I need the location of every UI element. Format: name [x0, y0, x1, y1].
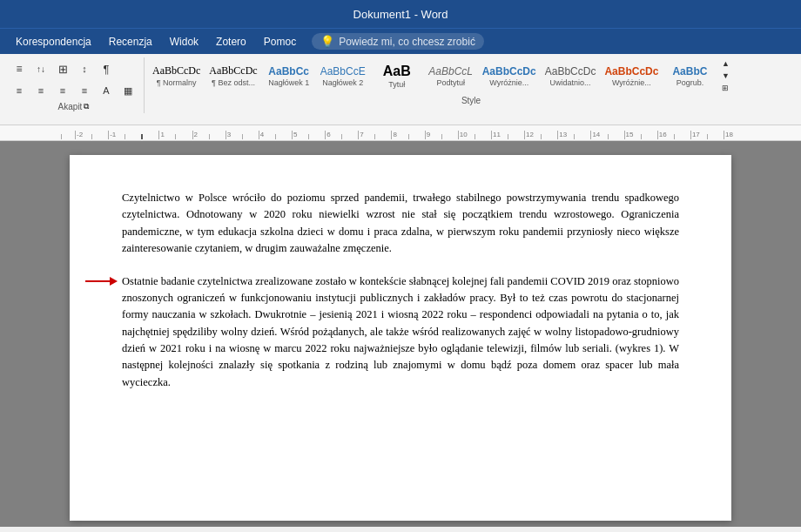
align-right[interactable]: ≡	[52, 81, 73, 100]
style-wyrozniony2-preview: AaBbCcDc	[604, 65, 658, 77]
paragraph-group: ≡ ↑↓ ⊞ ↕ ¶ ≡ ≡ ≡ ≡ A ▦ Akapit ⧉	[7, 57, 145, 113]
ruler-mark: 4	[259, 131, 275, 139]
ruler-mark	[308, 134, 325, 139]
title-text: Dokument1 - Word	[353, 8, 448, 21]
styles-group: AaBbCcDc ¶ Normalny AaBbCcDc ¶ Bez odst.…	[148, 57, 794, 105]
ruler-mark	[641, 134, 657, 139]
paragraph-tools-row2: ≡ ≡ ≡ ≡ A ▦	[9, 81, 138, 100]
title-bar: Dokument1 - Word	[0, 0, 801, 28]
style-bez-label: ¶ Bez odst...	[212, 78, 255, 87]
style-podtytul-preview: AaBbCcL	[428, 65, 473, 77]
ruler-mark: 9	[425, 131, 441, 139]
ruler-mark: 14	[590, 131, 607, 139]
style-uwidatniony[interactable]: AaBbCcDc Uwidatnio...	[541, 57, 601, 94]
styles-scroll-down[interactable]: ▼	[718, 70, 732, 82]
menu-pomoc[interactable]: Pomoc	[255, 32, 305, 51]
ruler-mark: 13	[557, 131, 574, 139]
styles-group-label-row: Style	[148, 96, 794, 105]
paragraph-expand-icon[interactable]: ⧉	[84, 102, 89, 111]
ruler-mark: 2	[192, 131, 209, 139]
border-btn[interactable]: ▦	[118, 81, 138, 100]
style-tytul-preview: AaB	[383, 64, 411, 79]
indent-increase[interactable]: ⊞	[52, 59, 73, 78]
ruler-mark: 3	[225, 131, 242, 139]
style-wyrozniony2[interactable]: AaBbCcDc Wyróżnie...	[600, 57, 663, 94]
shading-btn[interactable]: A	[96, 81, 117, 100]
menu-recenzja[interactable]: Recenzja	[100, 32, 161, 51]
paragraph-label: Akapit	[58, 102, 83, 111]
style-normalny[interactable]: AaBbCcDc ¶ Normalny	[148, 57, 205, 94]
style-h1-preview: AaBbCc	[268, 65, 309, 77]
style-bez-odst[interactable]: AaBbCcDc ¶ Bez odst...	[205, 57, 261, 94]
ruler-mark	[674, 134, 690, 139]
red-arrow	[85, 277, 118, 286]
ruler-mark: -1	[108, 131, 125, 139]
styles-scroll: AaBbCcDc ¶ Normalny AaBbCcDc ¶ Bez odst.…	[148, 57, 794, 94]
ruler-mark	[441, 134, 458, 139]
paragraph-2-container: Ostatnie badanie czytelnictwa zrealizowa…	[122, 273, 679, 392]
arrow-head	[110, 277, 118, 286]
document-area[interactable]: Czytelnictwo w Polsce wróciło do poziomu…	[0, 141, 801, 527]
style-wyrozniony2-label: Wyróżnie...	[612, 78, 651, 87]
ruler-mark	[508, 134, 524, 139]
style-wyrozniony[interactable]: AaBbCcDc Wyróżnie...	[478, 57, 541, 94]
menu-korespondencja[interactable]: Korespondencja	[7, 32, 100, 51]
ruler-mark: 11	[491, 131, 508, 139]
ruler-mark	[175, 134, 192, 139]
ruler-mark: 17	[690, 131, 707, 139]
styles-label: Style	[461, 96, 481, 105]
ruler-mark	[141, 134, 158, 139]
ruler-mark	[574, 134, 590, 139]
menu-zotero[interactable]: Zotero	[207, 32, 255, 51]
ruler-mark: 7	[358, 131, 374, 139]
list-btn-2[interactable]: ↑↓	[30, 59, 51, 78]
styles-expand[interactable]: ⊞	[718, 82, 732, 94]
menu-bar: Korespondencja Recenzja Widok Zotero Pom…	[0, 28, 801, 54]
style-tytul[interactable]: AaB Tytuł	[370, 57, 424, 94]
menu-widok[interactable]: Widok	[161, 32, 207, 51]
list-btn-1[interactable]: ≡	[9, 59, 30, 78]
style-podtytul[interactable]: AaBbCcL Podtytuł	[424, 57, 478, 94]
paragraph-group-label: Akapit ⧉	[9, 102, 138, 111]
search-placeholder: Powiedz mi, co chcesz zrobić	[339, 36, 475, 48]
style-h1-label: Nagłówek 1	[268, 78, 309, 87]
style-normalny-label: ¶ Normalny	[157, 78, 197, 87]
ruler-mark	[125, 134, 141, 139]
style-uwidatniony-label: Uwidatnio...	[550, 78, 591, 87]
paragraph-1: Czytelnictwo w Polsce wróciło do poziomu…	[122, 190, 679, 258]
style-naglowek2[interactable]: AaBbCcE Nagłówek 2	[316, 57, 370, 94]
ruler-mark: 1	[158, 131, 175, 139]
styles-scroll-up[interactable]: ▲	[718, 57, 732, 70]
ribbon: ≡ ↑↓ ⊞ ↕ ¶ ≡ ≡ ≡ ≡ A ▦ Akapit ⧉	[0, 54, 801, 125]
document-page: Czytelnictwo w Polsce wróciło do poziomu…	[70, 155, 731, 521]
ruler-mark: 10	[458, 131, 475, 139]
ruler-mark	[374, 134, 391, 139]
search-box[interactable]: 💡 Powiedz mi, co chcesz zrobić	[312, 33, 484, 50]
pilcrow[interactable]: ¶	[96, 59, 117, 78]
paragraph-tools-row1: ≡ ↑↓ ⊞ ↕ ¶	[9, 59, 138, 78]
ruler-mark	[242, 134, 259, 139]
align-left[interactable]: ≡	[9, 81, 30, 100]
align-justify[interactable]: ≡	[74, 81, 95, 100]
ruler-mark	[541, 134, 557, 139]
style-tytul-label: Tytuł	[388, 80, 405, 89]
style-pogrub-preview: AaBbC	[672, 65, 707, 77]
style-bez-preview: AaBbCcDc	[209, 64, 257, 77]
style-wyrozniony-preview: AaBbCcDc	[482, 65, 536, 77]
ruler: -2 -1 1 2 3 4 5 6 7 8 9 10 11	[0, 125, 801, 141]
ruler-mark: 18	[724, 131, 740, 139]
styles-scroll-arrows: ▲ ▼ ⊞	[717, 57, 734, 94]
ruler-mark: 8	[391, 131, 407, 139]
ruler-mark: 12	[524, 131, 541, 139]
style-wyrozniony-label: Wyróżnie...	[489, 78, 528, 87]
style-naglowek1[interactable]: AaBbCc Nagłówek 1	[262, 57, 316, 94]
lightbulb-icon: 💡	[320, 35, 334, 48]
ruler-marks: -2 -1 1 2 3 4 5 6 7 8 9 10 11	[61, 127, 740, 139]
line-spacing[interactable]: ↕	[74, 59, 95, 78]
style-pogrub[interactable]: AaBbC Pogrub.	[663, 57, 717, 94]
paragraph-2-text: Ostatnie badanie czytelnictwa zrealizowa…	[122, 275, 679, 388]
ruler-mark	[91, 134, 108, 139]
style-uwidatniony-preview: AaBbCcDc	[545, 65, 596, 77]
ruler-mark	[608, 134, 624, 139]
align-center[interactable]: ≡	[30, 81, 51, 100]
